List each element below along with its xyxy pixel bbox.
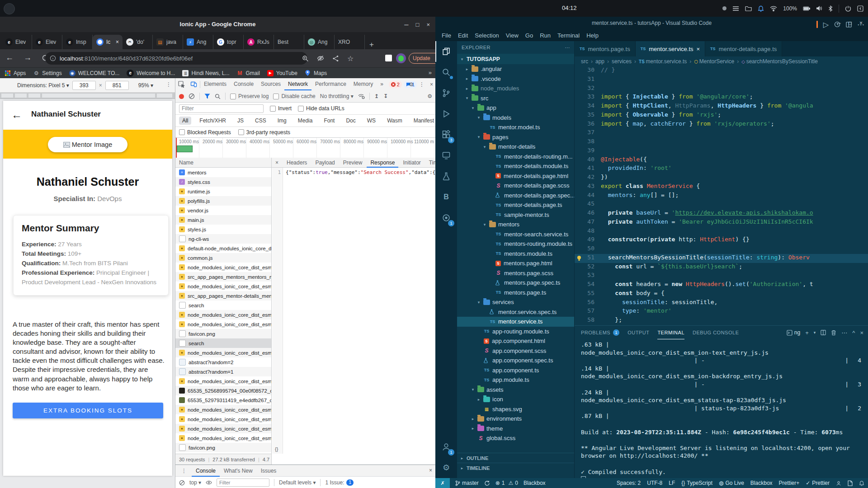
devtools-tab-sources[interactable]: Sources [257, 78, 284, 90]
request-row[interactable]: abstract?random=1 [175, 367, 271, 376]
volume-icon[interactable] [816, 5, 822, 11]
request-row[interactable]: ●node_modules_ionic_core_dist_esm_i... [175, 405, 271, 414]
browser-tab-5[interactable]: ᴖ'do' [123, 35, 153, 49]
menu-selection[interactable]: Selection [475, 32, 499, 39]
request-row[interactable]: 65535_52979311419_e4eddfb267_c_... [175, 395, 271, 405]
wifi-icon[interactable] [770, 6, 777, 11]
chip-fetch-xhr[interactable]: Fetch/XHR [196, 117, 229, 125]
panel-more-icon[interactable]: ⋯ [841, 329, 847, 336]
device-select[interactable]: Dimensions: Pixel 5 ▾ [17, 82, 69, 89]
timeline-section[interactable]: ▸TIMELINE [457, 463, 575, 473]
tree-item-mentors-page-scss[interactable]: Smentors.page.scss [457, 268, 575, 278]
tree-item-mentors-page-html[interactable]: 5mentors.page.html [457, 258, 575, 268]
tree-item-mentors-module-ts[interactable]: TSmentors.module.ts [457, 249, 575, 259]
split-editor-icon[interactable] [846, 22, 852, 28]
browser-tab-3[interactable]: eInsp [62, 35, 93, 49]
status-item-utf-8[interactable]: UTF-8 [647, 480, 662, 486]
tree-item-node-modules[interactable]: ▸node_modules [457, 84, 575, 94]
breadcrumb-item[interactable]: TS mentor.service.ts [639, 58, 687, 65]
power-icon[interactable] [845, 5, 851, 12]
request-row[interactable]: ●src_app_pages_mentor-details_ment... [175, 291, 271, 300]
status-item-blackbox[interactable]: Blackbox [750, 480, 773, 486]
history-icon[interactable] [834, 21, 840, 28]
record-dot-icon[interactable] [722, 6, 726, 10]
tree-item-sample-mentor-ts[interactable]: TSsample-mentor.ts [457, 210, 575, 220]
breadcrumb-item[interactable]: src [581, 58, 588, 65]
clear-icon[interactable] [189, 93, 195, 99]
explorer-actions-icon[interactable]: ⋯ [565, 45, 571, 51]
tree-item--vscode[interactable]: ▸.vscode [457, 74, 575, 84]
menu-view[interactable]: View [506, 32, 519, 39]
remote-indicator[interactable]: ✗ [435, 478, 450, 488]
panel-tab-terminal[interactable]: TERMINAL [657, 326, 684, 339]
status-item-lf[interactable]: LF [669, 480, 675, 486]
devtools-more-tabs-icon[interactable]: » [377, 78, 387, 90]
panel-tab-output[interactable]: OUTPUT [627, 326, 649, 339]
drawer-tab-issues[interactable]: Issues [257, 465, 281, 477]
tree-item-app-component-html[interactable]: 5app.component.html [457, 336, 575, 346]
network-settings-icon[interactable]: ⚙ [427, 93, 432, 99]
request-row[interactable]: favicon.png [175, 329, 271, 338]
tree-item-app-component-ts[interactable]: TSapp.component.ts [457, 366, 575, 375]
site-info-icon[interactable] [50, 55, 56, 61]
profile-avatar[interactable] [396, 53, 406, 63]
hide-data-urls-checkbox[interactable]: Hide data URLs [298, 105, 344, 112]
problems-summary[interactable]: ⊗1 ⚠0 [495, 480, 518, 486]
panel-tab-debug-console[interactable]: DEBUG CONSOLE [693, 326, 739, 339]
detail-tab-initiator[interactable]: Initiator [399, 158, 424, 168]
devtools-menu-icon[interactable]: ⋮ [419, 81, 425, 88]
browser-tab-4[interactable]: Ic× [93, 35, 123, 49]
run-debug-icon[interactable] [435, 103, 457, 124]
git-branch[interactable]: master [455, 480, 479, 486]
menu-go[interactable]: Go [525, 32, 533, 39]
request-row[interactable]: abstract?random=2 [175, 357, 271, 367]
minimize-icon[interactable]: ─ [404, 21, 408, 28]
tree-item-app-routing-module-ts[interactable]: TSapp-routing.module.ts [457, 327, 575, 337]
request-row[interactable]: ●node_modules_ionic_core_dist_esm_i... [175, 376, 271, 386]
bookmark-welcome-to-[interactable]: ◉WELCOME TO... [69, 70, 120, 76]
request-row[interactable]: ●default-node_modules_ionic_core_di... [175, 244, 271, 253]
tree-item-app-module-ts[interactable]: TSapp.module.ts [457, 375, 575, 385]
devtools-settings-icon[interactable]: ⚙ [409, 81, 414, 88]
name-column-header[interactable]: Name [175, 158, 272, 168]
panel-toggle-icon[interactable] [857, 5, 863, 12]
menu-run[interactable]: Run [540, 32, 551, 39]
editor-more-icon[interactable]: ⋯ [857, 20, 864, 29]
browser-tab-11[interactable]: ◎Ang [304, 35, 335, 49]
browser-tab-12[interactable]: XRO [335, 35, 365, 49]
tree-item--angular[interactable]: ▸.angular [457, 64, 575, 74]
tree-item-theme[interactable]: ▸theme [457, 424, 575, 434]
devtools-tab-memory[interactable]: Memory [350, 78, 377, 90]
chip-doc[interactable]: Doc [343, 117, 359, 125]
bookmark-gmail[interactable]: MGmail [236, 70, 259, 76]
browser-tab-2[interactable]: eElev [32, 35, 62, 49]
breadcrumb-item[interactable]: ⬡ MentorService [694, 58, 734, 65]
request-row[interactable]: 65535_52568995794_00e0f08572_c_... [175, 386, 271, 395]
devtools-tab-console[interactable]: Console [230, 78, 257, 90]
chip-ws[interactable]: WS [364, 117, 379, 125]
request-row[interactable]: ●node_modules_ionic_core_dist_esm_i... [175, 319, 271, 329]
maximize-icon[interactable]: □ [416, 21, 420, 28]
request-row[interactable]: ●styles.js [175, 225, 271, 234]
import-har-icon[interactable]: ↥ [374, 93, 379, 99]
bell-icon[interactable] [758, 5, 764, 12]
notifications-bell-icon[interactable] [859, 480, 864, 486]
back-arrow-icon[interactable]: ← [11, 109, 22, 121]
tree-item-environments[interactable]: ▸environments [457, 414, 575, 424]
bookmark-apps[interactable]: Apps [5, 70, 26, 76]
browser-tab-10[interactable]: Best [274, 35, 304, 49]
settings-gear-icon[interactable]: ⚙ [435, 457, 457, 478]
tree-item-mentors-page-ts[interactable]: TSmentors.page.ts [457, 288, 575, 298]
detail-tab-headers[interactable]: Headers [283, 158, 311, 168]
bookmark-settings[interactable]: ⚙Settings [33, 70, 61, 76]
extensions-icon[interactable]: 3 [435, 124, 457, 145]
menu-help[interactable]: Help [586, 32, 599, 39]
terminal-output[interactable]: .63 kB |node_modules_ionic_core_dist_esm… [581, 341, 861, 484]
detail-tab-preview[interactable]: Preview [340, 158, 366, 168]
detail-tab-payload[interactable]: Payload [311, 158, 338, 168]
folder-icon[interactable] [745, 5, 752, 11]
test-beaker-icon[interactable] [435, 166, 457, 187]
device-width-input[interactable]: 393 [72, 81, 96, 90]
sync-icon[interactable] [484, 480, 490, 486]
chip-media[interactable]: Media [295, 117, 316, 125]
